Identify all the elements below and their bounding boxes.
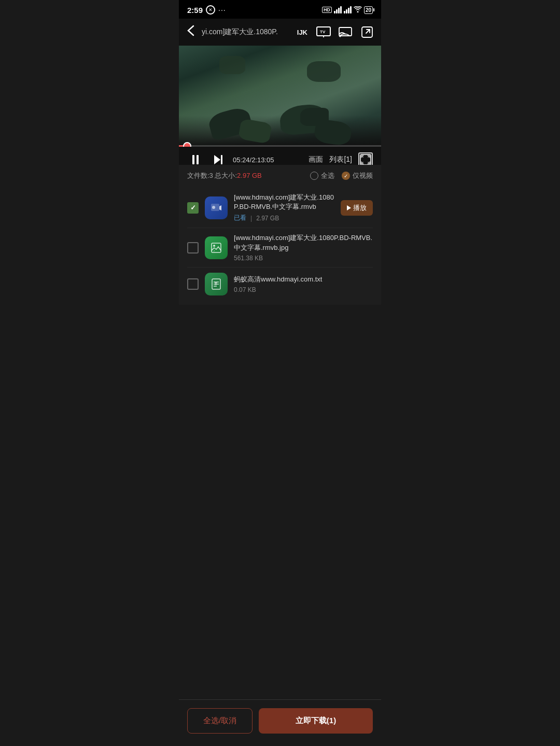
select-all-toggle[interactable]: 全选	[310, 171, 334, 180]
file-header-right: 全选 仅视频	[310, 171, 373, 180]
file-name-1: [www.hdmayi.com]建军大业.1080P.BD-RMVB.中文字幕.…	[234, 193, 334, 212]
pause-button[interactable]	[187, 151, 204, 165]
file-count: 文件数:3 总大小:2.97 GB	[187, 171, 262, 180]
time-display: 05:24/2:13:05	[233, 156, 302, 164]
more-icon: ···	[218, 6, 226, 14]
back-button[interactable]	[185, 23, 197, 41]
hd-icon: HD	[322, 7, 332, 13]
file-meta-1: 已看 | 2.97 GB	[234, 214, 334, 222]
file-header: 文件数:3 总大小:2.97 GB 全选 仅视频	[187, 171, 373, 180]
play-button-1[interactable]: 播放	[341, 200, 373, 216]
video-only-radio	[342, 172, 350, 180]
svg-text:TV: TV	[320, 30, 326, 34]
video-progress-bar[interactable]	[179, 145, 381, 147]
file-checkbox-1[interactable]	[187, 202, 199, 214]
battery-icon: 20	[364, 6, 373, 14]
file-size-1: 2.97 GB	[256, 215, 279, 222]
file-meta-2: 561.38 KB	[234, 255, 373, 262]
nav-bar: yi.com]建军大业.1080P. IJK TV	[179, 19, 381, 46]
file-type-icon-text: T	[205, 273, 228, 295]
select-all-radio	[310, 172, 318, 180]
file-section: 文件数:3 总大小:2.97 GB 全选 仅视频 [www.hdmayi.com…	[179, 165, 381, 305]
svg-point-11	[213, 245, 215, 247]
video-player[interactable]: 05:24/2:13:05 画面 列表[1]	[179, 46, 381, 165]
empty-area	[179, 305, 381, 460]
svg-point-9	[212, 206, 215, 209]
video-progress-thumb[interactable]	[183, 142, 191, 147]
pause-icon	[192, 155, 199, 164]
video-scene	[179, 46, 381, 147]
screen-button[interactable]: 画面	[309, 155, 323, 164]
file-checkbox-2[interactable]	[187, 242, 199, 254]
signal-icon-1	[334, 6, 342, 13]
status-time: 2:59	[187, 6, 203, 15]
status-right-icons: HD 20	[322, 6, 373, 14]
file-type-icon-image	[205, 236, 228, 259]
select-all-cancel-button[interactable]: 全选/取消	[187, 708, 253, 734]
bottom-action-bar: 全选/取消 立即下载(1)	[179, 699, 381, 746]
file-info-2: [www.hdmayi.com]建军大业.1080P.BD-RMVB.中文字幕.…	[234, 233, 373, 261]
player-controls: 05:24/2:13:05 画面 列表[1]	[179, 147, 381, 165]
file-item: [www.hdmayi.com]建军大业.1080P.BD-RMVB.中文字幕.…	[187, 188, 373, 228]
list-button[interactable]: 列表[1]	[329, 155, 352, 164]
tv-button[interactable]: TV	[316, 24, 331, 40]
file-size-2: 561.38 KB	[234, 255, 263, 262]
file-watched-badge: 已看	[234, 214, 246, 222]
file-info-3: 蚂蚁高清www.hdmayi.com.txt 0.07 KB	[234, 275, 373, 293]
fullscreen-button[interactable]	[358, 152, 373, 165]
file-name-2: [www.hdmayi.com]建军大业.1080P.BD-RMVB.中文字幕.…	[234, 233, 373, 252]
video-progress-fill	[179, 145, 187, 147]
next-button[interactable]	[210, 151, 227, 165]
nav-actions: IJK TV	[295, 24, 375, 40]
wifi-icon	[354, 6, 362, 14]
external-link-button[interactable]	[359, 24, 375, 40]
svg-text:T: T	[215, 281, 217, 286]
file-item: T 蚂蚁高清www.hdmayi.com.txt 0.07 KB	[187, 268, 373, 301]
ijk-button[interactable]: IJK	[295, 27, 310, 37]
next-icon	[214, 155, 222, 164]
svg-point-5	[340, 36, 341, 37]
download-button[interactable]: 立即下载(1)	[259, 708, 373, 734]
file-checkbox-3[interactable]	[187, 278, 199, 290]
signal-icon-2	[344, 6, 352, 13]
status-bar: 2:59 ✕ ··· HD	[179, 0, 381, 19]
file-type-icon-video	[205, 196, 228, 219]
file-size-3: 0.07 KB	[234, 286, 256, 293]
file-meta-3: 0.07 KB	[234, 286, 373, 293]
file-info-1: [www.hdmayi.com]建军大业.1080P.BD-RMVB.中文字幕.…	[234, 193, 334, 222]
cast-button[interactable]	[338, 24, 353, 40]
file-item: [www.hdmayi.com]建军大业.1080P.BD-RMVB.中文字幕.…	[187, 228, 373, 267]
play-triangle-icon	[347, 205, 351, 210]
video-only-toggle[interactable]: 仅视频	[342, 171, 373, 180]
file-name-3: 蚂蚁高清www.hdmayi.com.txt	[234, 275, 373, 284]
nav-title: yi.com]建军大业.1080P.	[202, 27, 290, 37]
notification-icon: ✕	[206, 5, 215, 15]
